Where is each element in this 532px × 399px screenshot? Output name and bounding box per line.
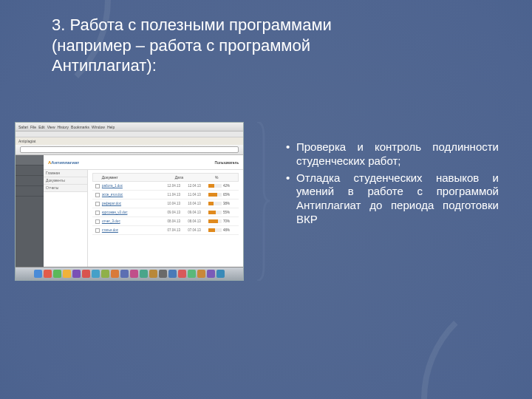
dock-icon — [44, 270, 52, 278]
table-row: реферат.doc10.04.1310.04.1338% — [92, 200, 239, 208]
bullet-item: Проверка и контроль подлинности студенче… — [284, 140, 499, 168]
menu-item: Help — [107, 125, 115, 129]
dock-icon — [72, 270, 81, 278]
bullet-list: Проверка и контроль подлинности студенче… — [284, 140, 499, 230]
table-row: работа_1.doc12.04.1312.04.1342% — [92, 182, 239, 191]
dock-icon — [168, 270, 177, 278]
menu-item: Edit — [38, 125, 45, 129]
bullet-item: Отладка студенческих навыков и умений в … — [284, 171, 499, 227]
col-document: Документ — [102, 175, 175, 180]
dock-icon — [149, 270, 157, 278]
tab-title: Antiplagiat — [18, 139, 35, 143]
dock-icon — [130, 270, 138, 278]
dock-icon — [101, 270, 109, 278]
menu-item: Bookmarks — [71, 125, 89, 129]
dock-icon — [178, 270, 186, 278]
content-area: ААнтиплагиат Пользователь Главная Докуме… — [16, 155, 243, 267]
dock-icon — [188, 270, 196, 278]
app-header: ААнтиплагиат Пользователь — [44, 155, 243, 170]
col-date: Дата — [175, 175, 195, 180]
table-row: статья.doc07.04.1307.04.1348% — [92, 226, 239, 235]
menu-item: View — [47, 125, 55, 129]
dock-icon — [111, 270, 119, 278]
slide-title: 3. Работа с полезными программами (напри… — [52, 15, 488, 76]
brand-text: Антиплагиат — [51, 160, 79, 165]
dock-icon — [63, 270, 71, 278]
dock-icon — [140, 270, 148, 278]
sidenav-item: Отчеты — [44, 185, 87, 192]
menubar: Safari File Edit View History Bookmarks … — [16, 123, 243, 132]
table-header: Документ Дата % — [92, 173, 239, 182]
sidenav-item: Главная — [44, 170, 87, 177]
user-label: Пользователь — [215, 160, 239, 165]
sidenav-item: Документы — [44, 177, 87, 185]
dock-icon — [82, 270, 90, 278]
dock-icon — [53, 270, 61, 278]
dock-icon — [197, 270, 205, 278]
col-percent: % — [215, 175, 235, 180]
side-nav: Главная Документы Отчеты — [44, 170, 88, 267]
table-row: эссе_итог.doc11.04.1311.04.1365% — [92, 191, 239, 200]
brand-logo: ААнтиплагиат — [48, 160, 79, 165]
toolbar — [16, 145, 243, 155]
dock-icon — [159, 270, 167, 278]
browser-chrome — [16, 132, 243, 137]
documents-table: Документ Дата % работа_1.doc12.04.1312.0… — [88, 170, 243, 267]
dock-icon — [92, 270, 100, 278]
table-row: отчет_3.doc08.04.1308.04.1370% — [92, 217, 239, 226]
content-split: Главная Документы Отчеты Документ Дата %… — [44, 170, 243, 267]
dock-icon — [34, 270, 42, 278]
table-row: курсовая_v2.doc09.04.1309.04.1355% — [92, 208, 239, 217]
dock-icon — [207, 270, 215, 278]
left-panel — [16, 155, 44, 267]
url-bar — [20, 146, 239, 153]
menu-item: Safari — [18, 125, 28, 129]
title-line-1: 3. Работа с полезными программами — [52, 15, 488, 35]
dock-icon — [216, 270, 225, 278]
dock — [16, 267, 243, 280]
title-line-3: Антиплагиат): — [52, 55, 488, 76]
curly-bracket-icon — [255, 122, 270, 281]
menu-item: Window — [92, 125, 105, 129]
title-line-2: (например – работа с программой — [52, 35, 488, 56]
menu-item: File — [30, 125, 36, 129]
tab-bar: Antiplagiat — [16, 137, 243, 145]
screenshot-antiplagiat: Safari File Edit View History Bookmarks … — [15, 122, 244, 281]
dock-icon — [120, 270, 129, 278]
main-pane: ААнтиплагиат Пользователь Главная Докуме… — [44, 155, 243, 267]
menu-item: History — [58, 125, 69, 129]
